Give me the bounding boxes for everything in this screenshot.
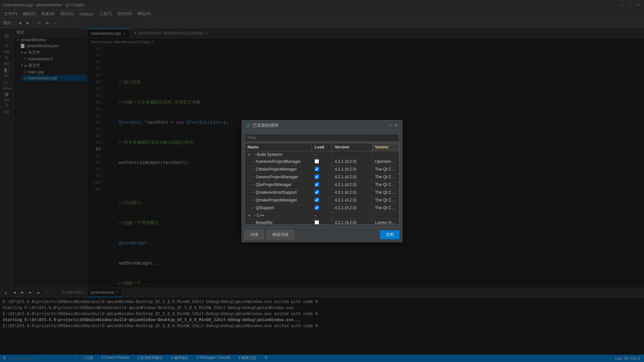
row-qmakeprojectmanager[interactable]: − QmakeProjectManager 4.2.1 (4.2.0) The … (245, 197, 399, 204)
error-detail-button[interactable]: 错误详情 (267, 230, 294, 239)
dash-cpp-icon: − (253, 213, 256, 218)
build-systems-label: Build Systems (257, 152, 282, 157)
dash-icon-5: − (251, 182, 253, 187)
modal-close-button[interactable]: ✕ (394, 123, 398, 128)
modal-table[interactable]: ▼ − Build Systems ▪ − AutotoolsProjectMa… (245, 151, 399, 225)
modal-dialog: ⬡ 已安装的插件 ? ✕ Name Load Version Vendor ▼ (241, 120, 402, 242)
dash-icon: − (253, 152, 256, 157)
genericpm-name: − GenericProjectManager (245, 174, 312, 181)
cpp-group-version (332, 212, 372, 219)
qmakepm-name: − QmakeProjectManager (245, 197, 312, 204)
cmakepm-checkbox[interactable] (315, 167, 319, 171)
modal-overlay[interactable]: ⬡ 已安装的插件 ? ✕ Name Load Version Vendor ▼ (0, 0, 644, 362)
qbspm-version: 4.2.1 (4.2.0) (332, 181, 372, 189)
qbspm-vendor: The Qt Compa... (372, 181, 399, 189)
dash-icon-2: − (251, 159, 253, 164)
qmakeas-name: − QmakeAndroidSupport (245, 189, 312, 196)
modal-title-text: 已安装的插件 (253, 122, 386, 128)
modal-footer: 详情 错误详情 关闭 (242, 227, 402, 242)
row-qbsprojectmanager[interactable]: − QbsProjectManager 4.2.1 (4.2.0) The Qt… (245, 181, 399, 189)
qmakepm-version: 4.2.1 (4.2.0) (332, 197, 372, 204)
dash-beautifier: − (251, 220, 253, 225)
beautifier-vendor: Lorenz Haas (372, 219, 399, 225)
close-dialog-button[interactable]: 关闭 (380, 230, 399, 239)
row-beautifier[interactable]: − Beautifier 4.2.1 (4.2.0) Lorenz Haas (245, 219, 399, 225)
group-build-systems[interactable]: ▼ − Build Systems ▪ (245, 151, 399, 158)
autotoolspm-name: − AutotoolsProjectManager (245, 158, 312, 166)
qbspm-name: − QbsProjectManager (245, 181, 312, 189)
genericpm-load[interactable] (312, 174, 332, 181)
genericpm-vendor: The Qt Compa... (372, 174, 399, 181)
col-header-load[interactable]: Load (312, 143, 332, 151)
row-qmakeandroidsupport[interactable]: − QmakeAndroidSupport 4.2.1 (4.2.0) The … (245, 189, 399, 197)
build-systems-load: ▪ (312, 151, 332, 158)
qbspm-checkbox[interactable] (315, 182, 319, 187)
qtsupport-checkbox[interactable] (315, 205, 319, 210)
modal-help-button[interactable]: ? (389, 123, 391, 128)
cpp-group-name: ▼ − C++ (245, 212, 312, 219)
qmakeas-checkbox[interactable] (315, 190, 319, 194)
col-header-vendor[interactable]: Vendor (372, 143, 399, 151)
cpp-group-load: ▪ (312, 212, 332, 219)
autotoolspm-load[interactable] (312, 158, 332, 166)
row-cmakeprojectmanager[interactable]: − CMakeProjectManager 4.2.1 (4.2.0) The … (245, 166, 399, 174)
row-autotoolsprojectmanager[interactable]: − AutotoolsProjectManager 4.2.1 (4.2.0) … (245, 158, 399, 166)
col-header-name[interactable]: Name (245, 143, 312, 151)
dash-icon-3: − (251, 167, 253, 172)
build-systems-name: ▼ − Build Systems (245, 151, 312, 158)
build-systems-vendor (372, 151, 399, 158)
genericpm-checkbox[interactable] (315, 175, 319, 179)
modal-filter-input[interactable] (245, 134, 399, 142)
beautifier-name: − Beautifier (245, 219, 312, 225)
qbspm-load[interactable] (312, 181, 332, 189)
row-qtsupport[interactable]: − QtSupport 4.2.1 (4.2.0) The Qt Compa..… (245, 204, 399, 212)
qtsupport-vendor: The Qt Compa... (372, 204, 399, 212)
dash-icon-8: − (251, 205, 253, 210)
qtsupport-name: − QtSupport (245, 204, 312, 212)
beautifier-version: 4.2.1 (4.2.0) (332, 219, 372, 225)
cmakepm-version: 4.2.1 (4.2.0) (332, 166, 372, 173)
expand-cpp-icon: ▼ (248, 214, 251, 218)
expand-icon: ▼ (248, 153, 251, 157)
partial-check-icon: ▪ (315, 152, 316, 157)
qmakeas-version: 4.2.1 (4.2.0) (332, 189, 372, 196)
qmakeas-vendor: The Qt Compa... (372, 189, 399, 196)
qmakeas-load[interactable] (312, 189, 332, 196)
qmakepm-load[interactable] (312, 197, 332, 204)
cpp-partial-icon: ▪ (315, 213, 316, 218)
qtsupport-version: 4.2.1 (4.2.0) (332, 204, 372, 212)
dash-icon-6: − (251, 190, 253, 195)
autotoolspm-version: 4.2.1 (4.2.0) (332, 158, 372, 166)
cmakepm-load[interactable] (312, 166, 332, 173)
cpp-group-label: C++ (257, 213, 265, 218)
qmakepm-checkbox[interactable] (315, 198, 319, 202)
dash-icon-7: − (251, 198, 253, 202)
modal-table-header: Name Load Version Vendor (245, 143, 399, 151)
cmakepm-name: − CMakeProjectManager (245, 166, 312, 173)
qtsupport-load[interactable] (312, 204, 332, 212)
row-genericprojectmanager[interactable]: − GenericProjectManager 4.2.1 (4.2.0) Th… (245, 174, 399, 181)
autotoolspm-checkbox[interactable] (315, 159, 319, 164)
cmakepm-vendor: The Qt Compa... (372, 166, 399, 173)
build-systems-version (332, 151, 372, 158)
autotoolspm-vendor: Openismus Gm... (372, 158, 399, 166)
cpp-group-vendor (372, 212, 399, 219)
genericpm-version: 4.2.1 (4.2.0) (332, 174, 372, 181)
col-header-version[interactable]: Version (332, 143, 372, 151)
plugin-icon: ⬡ (246, 123, 250, 128)
beautifier-checkbox[interactable] (315, 220, 319, 225)
dash-icon-4: − (251, 175, 253, 179)
modal-body: Name Load Version Vendor ▼ − Build Syste… (242, 131, 402, 227)
modal-title-bar: ⬡ 已安装的插件 ? ✕ (242, 120, 402, 131)
beautifier-load[interactable] (312, 219, 332, 225)
group-cpp[interactable]: ▼ − C++ ▪ (245, 212, 399, 219)
modal-footer-left: 详情 错误详情 (245, 230, 294, 239)
detail-button[interactable]: 详情 (245, 230, 264, 239)
qmakepm-vendor: The Qt Compa... (372, 197, 399, 204)
